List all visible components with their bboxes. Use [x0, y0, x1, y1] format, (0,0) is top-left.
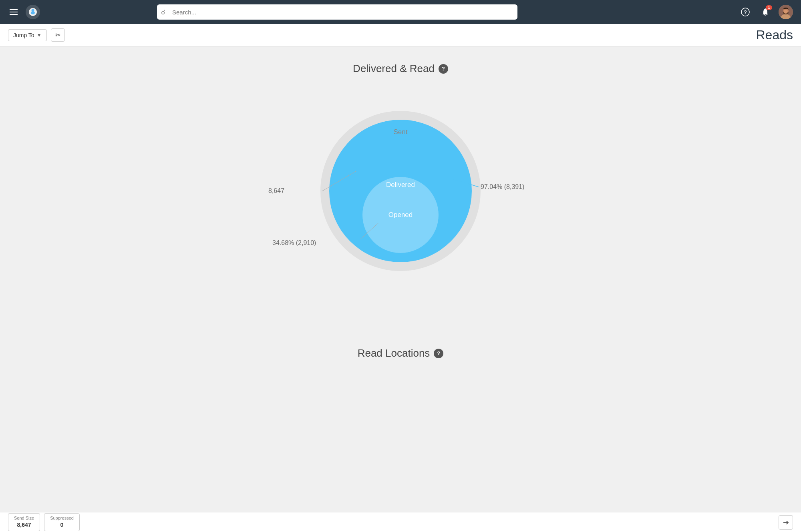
opened-pct-annotation: 34.68% (2,910) [272, 239, 316, 246]
delivered-inner-label: Delivered [386, 181, 415, 189]
send-size-value: 8,647 [17, 521, 31, 529]
sent-count-annotation: 8,647 [268, 187, 284, 194]
scissors-icon: ✂ [55, 31, 60, 39]
status-bar-right: ➔ [779, 515, 793, 530]
hamburger-menu[interactable] [8, 8, 19, 16]
donut-chart-svg: Sent Delivered Opened 8,647 97.04% (8,39… [260, 91, 541, 299]
svg-point-2 [32, 9, 34, 12]
opened-inner-label: Opened [388, 211, 413, 219]
chevron-down-icon: ▼ [37, 32, 42, 38]
suppressed-label: Suppressed [50, 515, 74, 521]
sent-inner-label: Sent [394, 128, 408, 136]
search-input[interactable] [157, 4, 517, 20]
page-title: Reads [756, 28, 793, 42]
read-locations-help-icon[interactable]: ? [434, 349, 443, 358]
jump-to-label: Jump To [13, 32, 34, 38]
logo [26, 5, 40, 19]
chart-container: Sent Delivered Opened 8,647 97.04% (8,39… [0, 79, 801, 323]
svg-point-10 [784, 10, 788, 14]
notification-badge: 1 [766, 5, 772, 10]
delivered-pct-annotation: 97.04% (8,391) [481, 183, 524, 190]
help-button[interactable]: ? [739, 5, 752, 19]
navbar: ☌ ? 1 [0, 0, 801, 24]
search-icon: ☌ [161, 8, 165, 16]
user-avatar[interactable] [779, 5, 793, 19]
main-content: Delivered & Read ? Sent Delivered Opened… [0, 46, 801, 512]
read-locations-section: Read Locations ? [0, 323, 801, 379]
toolbar: Jump To ▼ ✂ Reads [0, 24, 801, 46]
suppressed-value: 0 [60, 521, 64, 529]
delivered-read-help-icon[interactable]: ? [439, 64, 448, 74]
export-button[interactable]: ➔ [779, 515, 793, 530]
search-container: ☌ [157, 4, 517, 20]
delivered-read-title: Delivered & Read ? [0, 46, 801, 75]
read-locations-title: Read Locations ? [0, 331, 801, 359]
send-size-label: Send Size [14, 515, 34, 521]
status-bar: Send Size 8,647 Suppressed 0 ➔ [0, 512, 801, 532]
nav-right: ? 1 [739, 5, 793, 19]
export-icon: ➔ [783, 518, 789, 527]
jump-to-button[interactable]: Jump To ▼ [8, 29, 47, 41]
send-size-pill: Send Size 8,647 [8, 513, 40, 531]
notifications-button[interactable]: 1 [759, 5, 772, 19]
scissors-button[interactable]: ✂ [51, 28, 65, 42]
svg-text:?: ? [744, 9, 747, 15]
delivered-read-section: Delivered & Read ? Sent Delivered Opened… [0, 46, 801, 323]
suppressed-pill: Suppressed 0 [44, 513, 80, 531]
